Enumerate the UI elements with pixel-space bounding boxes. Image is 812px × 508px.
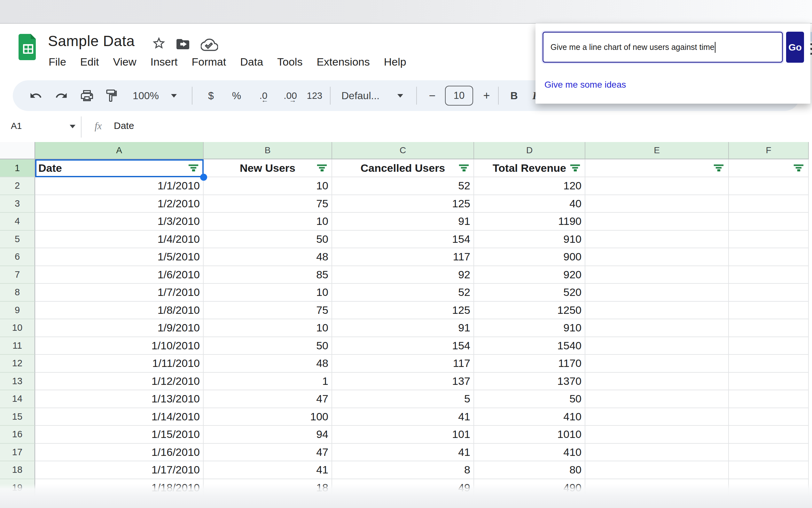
- column-header-C[interactable]: C: [332, 142, 474, 159]
- cell-D12[interactable]: 1170: [474, 355, 585, 373]
- cloud-saved-icon[interactable]: [201, 38, 218, 52]
- cell-E9[interactable]: [585, 302, 729, 320]
- cell-D17[interactable]: 410: [474, 444, 585, 462]
- filter-icon[interactable]: [794, 164, 804, 172]
- formula-input[interactable]: Date: [114, 120, 134, 131]
- cell-F17[interactable]: [729, 444, 809, 462]
- header-cell-cancelled-users[interactable]: Cancelled Users: [332, 159, 474, 177]
- cell-E7[interactable]: [585, 266, 729, 284]
- cell-C13[interactable]: 137: [332, 373, 474, 391]
- row-header-8[interactable]: 8: [0, 284, 35, 302]
- cell-C12[interactable]: 117: [332, 355, 474, 373]
- cell-F10[interactable]: [729, 319, 809, 337]
- select-all-corner[interactable]: [0, 142, 35, 159]
- header-cell-new-users[interactable]: New Users: [204, 159, 332, 177]
- cell-F15[interactable]: [729, 408, 809, 426]
- cell-E5[interactable]: [585, 230, 729, 249]
- format-currency-button[interactable]: $: [203, 80, 219, 111]
- cell-A15[interactable]: 1/14/2010: [35, 408, 204, 426]
- cell-A14[interactable]: 1/13/2010: [35, 390, 204, 408]
- increase-font-size-button[interactable]: +: [479, 80, 494, 111]
- cell-D9[interactable]: 1250: [474, 302, 585, 320]
- row-header-18[interactable]: 18: [0, 461, 35, 479]
- cell-A10[interactable]: 1/9/2010: [35, 319, 204, 337]
- cell-C17[interactable]: 41: [332, 444, 474, 462]
- header-cell-f[interactable]: [729, 159, 809, 177]
- filter-icon[interactable]: [188, 164, 198, 172]
- cell-E10[interactable]: [585, 319, 729, 337]
- cell-E12[interactable]: [585, 355, 729, 373]
- zoom-caret-icon[interactable]: [170, 80, 178, 111]
- cell-B13[interactable]: 1: [204, 373, 332, 391]
- filter-icon[interactable]: [714, 164, 724, 172]
- cell-D16[interactable]: 1010: [474, 426, 585, 444]
- go-button[interactable]: Go: [786, 32, 804, 63]
- cell-B9[interactable]: 75: [204, 302, 332, 320]
- move-to-folder-icon[interactable]: [175, 38, 191, 50]
- cell-A11[interactable]: 1/10/2010: [35, 337, 204, 355]
- star-icon[interactable]: [151, 36, 166, 50]
- cell-B3[interactable]: 75: [204, 195, 332, 213]
- menu-item-extensions[interactable]: Extensions: [309, 54, 377, 70]
- print-button[interactable]: [79, 80, 95, 111]
- cell-B18[interactable]: 41: [204, 461, 332, 479]
- cell-C6[interactable]: 117: [332, 248, 474, 266]
- cell-D4[interactable]: 1190: [474, 213, 585, 230]
- cell-D7[interactable]: 920: [474, 266, 585, 284]
- row-header-12[interactable]: 12: [0, 355, 35, 373]
- menu-item-tools[interactable]: Tools: [270, 54, 309, 70]
- cell-F3[interactable]: [729, 195, 809, 213]
- column-header-F[interactable]: F: [729, 142, 809, 159]
- cell-E4[interactable]: [585, 213, 729, 230]
- cell-E14[interactable]: [585, 390, 729, 408]
- increase-decimal-button[interactable]: .00→: [280, 80, 300, 111]
- row-header-6[interactable]: 6: [0, 248, 35, 266]
- cell-C5[interactable]: 154: [332, 230, 474, 249]
- row-header-14[interactable]: 14: [0, 390, 35, 408]
- cell-A13[interactable]: 1/12/2010: [35, 373, 204, 391]
- row-header-5[interactable]: 5: [0, 230, 35, 249]
- cell-B14[interactable]: 47: [204, 390, 332, 408]
- column-header-D[interactable]: D: [474, 142, 585, 159]
- cell-B2[interactable]: 10: [204, 177, 332, 195]
- cell-C2[interactable]: 52: [332, 177, 474, 195]
- row-header-15[interactable]: 15: [0, 408, 35, 426]
- filter-icon[interactable]: [317, 164, 327, 172]
- header-cell-total-revenue[interactable]: Total Revenue: [474, 159, 585, 177]
- cell-F7[interactable]: [729, 266, 809, 284]
- cell-F13[interactable]: [729, 373, 809, 391]
- cell-F18[interactable]: [729, 461, 809, 479]
- cell-D6[interactable]: 900: [474, 248, 585, 266]
- cell-A9[interactable]: 1/8/2010: [35, 302, 204, 320]
- menu-item-edit[interactable]: Edit: [73, 54, 106, 70]
- cell-A8[interactable]: 1/7/2010: [35, 284, 204, 302]
- cell-D3[interactable]: 40: [474, 195, 585, 213]
- menu-item-help[interactable]: Help: [377, 54, 413, 70]
- cell-C10[interactable]: 91: [332, 319, 474, 337]
- cell-F5[interactable]: [729, 230, 809, 249]
- cell-C4[interactable]: 91: [332, 213, 474, 230]
- cell-C3[interactable]: 125: [332, 195, 474, 213]
- cell-D18[interactable]: 80: [474, 461, 585, 479]
- cell-B7[interactable]: 85: [204, 266, 332, 284]
- column-header-E[interactable]: E: [585, 142, 729, 159]
- cell-F16[interactable]: [729, 426, 809, 444]
- cell-A3[interactable]: 1/2/2010: [35, 195, 204, 213]
- filter-icon[interactable]: [459, 164, 469, 172]
- row-header-11[interactable]: 11: [0, 337, 35, 355]
- font-caret-icon[interactable]: [396, 80, 404, 111]
- zoom-select[interactable]: 100%: [131, 80, 161, 111]
- cell-D14[interactable]: 50: [474, 390, 585, 408]
- cell-E18[interactable]: [585, 461, 729, 479]
- cell-A2[interactable]: 1/1/2010: [35, 177, 204, 195]
- cell-D10[interactable]: 910: [474, 319, 585, 337]
- cell-D2[interactable]: 120: [474, 177, 585, 195]
- menu-item-view[interactable]: View: [106, 54, 143, 70]
- column-header-B[interactable]: B: [204, 142, 332, 159]
- cell-A4[interactable]: 1/3/2010: [35, 213, 204, 230]
- cell-E8[interactable]: [585, 284, 729, 302]
- cell-B16[interactable]: 94: [204, 426, 332, 444]
- menu-item-data[interactable]: Data: [233, 54, 270, 70]
- cell-E17[interactable]: [585, 444, 729, 462]
- row-header-10[interactable]: 10: [0, 319, 35, 337]
